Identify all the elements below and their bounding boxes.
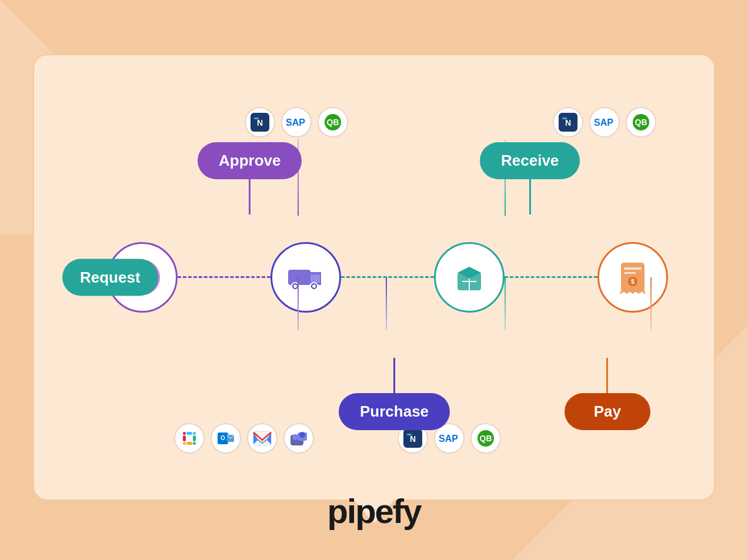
line-approve-to-purchase [178, 276, 271, 278]
svg-rect-2 [254, 118, 259, 119]
svg-rect-34 [186, 442, 192, 445]
tn-icon-top-left-1: N [245, 107, 275, 138]
svg-text:O: O [221, 435, 225, 441]
qb-icon-top-left-1: QB [318, 107, 348, 138]
svg-rect-31 [193, 432, 196, 435]
main-card: N SAP QB N [33, 54, 715, 501]
qb-icon-bottom-right-1: QB [470, 423, 501, 454]
receive-connector-line [529, 179, 531, 214]
pay-bottom-connector [650, 277, 652, 330]
top-icons-left-group: N SAP QB [245, 107, 348, 138]
svg-point-17 [293, 284, 297, 288]
purchase-connector-line [393, 358, 395, 393]
line-purchase-to-receive [341, 276, 434, 278]
gmail-icon [247, 423, 278, 454]
purchase-node [271, 242, 341, 313]
svg-rect-29 [183, 432, 186, 435]
svg-text:SAP: SAP [594, 118, 613, 128]
svg-text:QB: QB [480, 434, 492, 443]
svg-text:SAP: SAP [286, 118, 305, 128]
pay-connector-line [606, 358, 608, 393]
teams-icon [283, 423, 314, 454]
svg-text:QB: QB [327, 118, 339, 127]
receive-bottom-connector [505, 277, 506, 330]
pay-label: Pay [565, 393, 650, 430]
pipefy-logo-text: pipefy [328, 491, 421, 531]
svg-rect-35 [183, 442, 186, 445]
sap-icon-top-left-1: SAP [281, 107, 312, 138]
approve-connector-line [249, 179, 251, 214]
receive-node [434, 242, 505, 313]
pipefy-logo-container: pipefy [328, 491, 421, 531]
pay-node: $ [597, 242, 668, 313]
svg-rect-28 [183, 435, 186, 441]
outlook-icon: O [211, 423, 241, 454]
svg-rect-30 [186, 432, 192, 435]
svg-rect-14 [310, 274, 320, 283]
svg-point-47 [292, 434, 298, 440]
slack-icon [174, 423, 205, 454]
purchase-label-wrap: Purchase [339, 358, 450, 430]
sap-icon-top-right-1: SAP [589, 107, 620, 138]
purchase-bottom-connector [386, 277, 387, 330]
svg-point-46 [299, 432, 305, 438]
flow-row: Request [56, 242, 692, 313]
bottom-icons-left-group: O [174, 423, 314, 454]
flow-area: N SAP QB N [56, 95, 692, 460]
svg-rect-25 [624, 272, 636, 274]
approve-label-wrap: Approve [198, 142, 302, 214]
svg-text:N: N [410, 434, 416, 444]
pay-label-wrap: Pay [565, 358, 650, 430]
request-label: Request [62, 259, 158, 296]
svg-text:QB: QB [635, 118, 647, 127]
receive-label-wrap: Receive [480, 142, 580, 214]
approve-label: Approve [198, 142, 302, 179]
qb-icon-top-right-1: QB [626, 107, 656, 138]
svg-rect-12 [288, 270, 310, 285]
svg-rect-33 [193, 442, 196, 445]
svg-text:SAP: SAP [439, 434, 458, 444]
purchase-label: Purchase [339, 393, 450, 430]
line-receive-to-pay [505, 276, 597, 278]
svg-point-18 [312, 284, 316, 288]
svg-text:N: N [257, 118, 263, 128]
approve-bottom-connector [298, 277, 299, 330]
svg-rect-32 [193, 435, 196, 441]
svg-rect-24 [624, 267, 642, 270]
tn-icon-top-right-1: N [553, 107, 583, 138]
svg-rect-8 [562, 118, 567, 119]
receive-label: Receive [480, 142, 580, 179]
svg-text:N: N [565, 118, 571, 128]
top-icons-right-group: N SAP QB [553, 107, 656, 138]
svg-rect-50 [407, 434, 412, 435]
svg-text:$: $ [631, 278, 635, 285]
